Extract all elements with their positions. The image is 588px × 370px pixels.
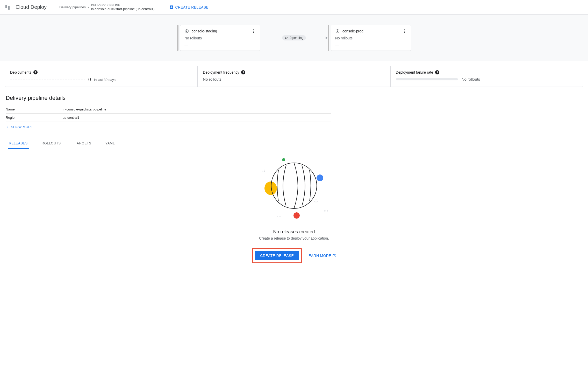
empty-state: No releases created Create a release to … [0,149,588,274]
stats-row: Deployments ? 0 in last 30 days Deployme… [5,66,583,87]
target-card-staging[interactable]: console-staging No rollouts — [177,25,260,51]
frequency-value: No rollouts [203,77,385,81]
deployments-period: in last 30 days [94,78,116,82]
pipeline-connector: 0 pending [260,37,328,39]
create-release-header-label: CREATE RELEASE [175,5,209,9]
breadcrumb-label: DELIVERY PIPELINE [91,4,155,7]
create-release-header-button[interactable]: CREATE RELEASE [169,5,209,10]
arrow-right-icon [326,37,328,39]
svg-point-29 [326,212,326,212]
svg-point-16 [263,170,263,171]
svg-point-28 [324,212,325,212]
svg-point-11 [282,158,285,161]
empty-subtitle: Create a release to deploy your applicat… [259,236,329,240]
svg-point-9 [404,31,405,32]
details-table: Name in-console-quickstart-pipeline Regi… [6,105,331,122]
svg-point-15 [271,163,317,208]
svg-point-18 [263,171,263,172]
svg-point-22 [316,199,317,200]
chevron-right-icon: › [88,5,89,9]
stat-label: Deployment failure rate [396,70,433,74]
target-card-prod[interactable]: console-prod No rollouts — [328,25,411,51]
target-status-bar [328,25,329,51]
svg-point-32 [279,217,280,217]
empty-title: No releases created [273,229,315,235]
create-release-button[interactable]: CREATE RELEASE [255,251,299,260]
svg-point-31 [277,217,278,217]
more-vert-icon[interactable] [251,29,256,33]
detail-value: in-console-quickstart-pipeline [63,105,331,114]
table-row: Region us-central1 [6,114,331,122]
svg-point-19 [264,171,265,172]
learn-more-label: LEARN MORE [306,254,331,258]
product-title: Cloud Deploy [16,4,52,10]
target-dash: — [184,43,256,47]
more-vert-icon[interactable] [402,29,407,33]
deployments-sparkline [10,80,85,80]
stat-frequency: Deployment frequency ? No rollouts [198,66,390,87]
pipeline-visualization: console-staging No rollouts — 0 pending … [0,15,588,61]
show-more-label: SHOW MORE [11,125,33,129]
learn-more-link[interactable]: LEARN MORE [306,254,336,258]
target-dash: — [335,43,407,47]
page-header: Cloud Deploy Delivery pipelines › DELIVE… [0,0,588,15]
stat-failure-rate: Deployment failure rate ? No rollouts [391,66,583,87]
svg-point-14 [293,212,300,219]
breadcrumb-current: DELIVERY PIPELINE in-console-quickstart-… [91,4,155,11]
detail-value: us-central1 [63,114,331,122]
tab-releases[interactable]: RELEASES [8,138,29,149]
breadcrumb-value: in-console-quickstart-pipeline (us-centr… [91,7,155,11]
table-row: Name in-console-quickstart-pipeline [6,105,331,114]
svg-point-24 [314,201,315,202]
svg-point-3 [253,31,254,32]
help-icon[interactable]: ? [241,70,245,74]
svg-point-12 [317,174,323,181]
tab-rollouts[interactable]: ROLLOUTS [41,138,62,149]
plus-box-icon [169,5,174,10]
svg-point-25 [324,210,325,211]
stat-deployments: Deployments ? 0 in last 30 days [5,66,198,87]
help-icon[interactable]: ? [33,70,38,74]
target-status: No rollouts [335,36,407,40]
show-more-button[interactable]: SHOW MORE [6,125,331,129]
detail-label: Name [6,105,63,114]
pending-chip[interactable]: 0 pending [282,35,306,40]
deployments-count: 0 [88,77,91,82]
cloud-deploy-logo-icon [4,4,11,11]
svg-point-17 [264,170,265,171]
svg-point-5 [285,37,286,38]
target-status: No rollouts [184,36,256,40]
svg-point-27 [327,210,328,211]
svg-point-8 [404,29,405,30]
tab-targets[interactable]: TARGETS [74,138,92,149]
empty-state-illustration [250,155,338,227]
svg-point-7 [337,31,338,32]
details-title: Delivery pipeline details [6,95,331,101]
svg-point-26 [326,210,326,211]
svg-point-13 [264,181,277,195]
detail-label: Region [6,114,63,122]
failure-progress-bar [396,78,458,80]
svg-point-23 [317,201,318,202]
approvals-icon [285,36,288,40]
breadcrumb-link-pipelines[interactable]: Delivery pipelines [59,5,86,9]
svg-point-21 [316,203,317,203]
svg-point-20 [316,201,317,202]
breadcrumb: Delivery pipelines › DELIVERY PIPELINE i… [59,4,155,11]
stat-label: Deployment frequency [203,70,239,74]
tabs: RELEASES ROLLOUTS TARGETS YAML [0,138,588,149]
target-icon [184,29,189,33]
external-link-icon [332,254,336,257]
target-name: console-staging [192,29,217,33]
failure-value: No rollouts [462,77,480,81]
tutorial-highlight: CREATE RELEASE [252,248,302,263]
target-status-bar [177,25,178,51]
chevron-down-icon [6,125,9,129]
help-icon[interactable]: ? [435,70,439,74]
target-icon [335,29,340,33]
tab-yaml[interactable]: YAML [104,138,116,149]
svg-point-4 [253,32,254,33]
svg-point-30 [327,212,328,212]
empty-actions: CREATE RELEASE LEARN MORE [252,248,336,263]
pending-label: 0 pending [290,36,304,40]
